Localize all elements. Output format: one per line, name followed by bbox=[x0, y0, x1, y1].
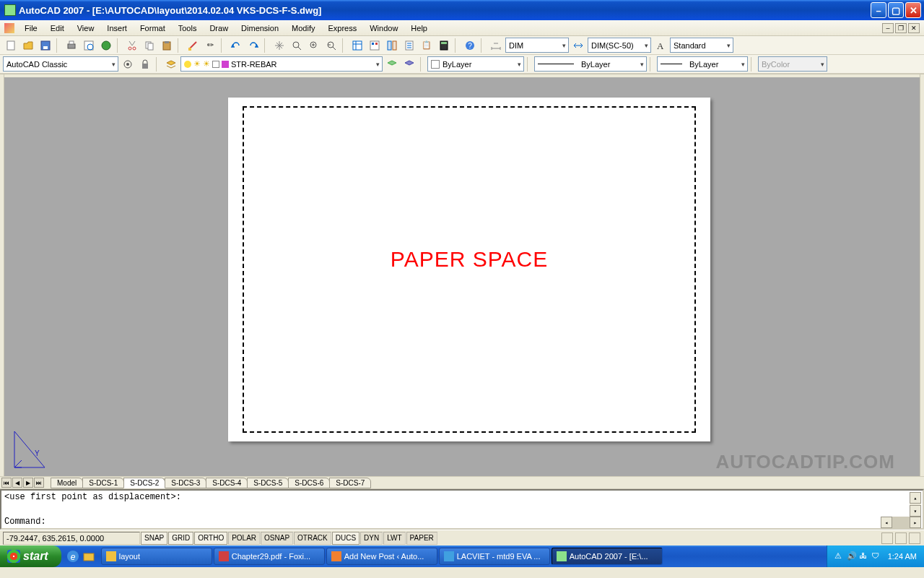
zoom-window-icon[interactable] bbox=[306, 38, 322, 53]
command-line[interactable]: <use first point as displacement>: Comma… bbox=[0, 489, 924, 530]
print-icon[interactable] bbox=[64, 38, 79, 53]
menu-help[interactable]: Help bbox=[405, 22, 433, 34]
quickcalc-icon[interactable] bbox=[436, 38, 452, 53]
block-editor-icon[interactable]: ✏ bbox=[202, 38, 218, 53]
otrack-toggle[interactable]: OTRACK bbox=[294, 532, 331, 545]
copy-icon[interactable] bbox=[141, 38, 157, 53]
tab-first-button[interactable]: ⏮ bbox=[1, 478, 12, 488]
dim-style-select[interactable]: DIM bbox=[505, 38, 569, 53]
match-properties-icon[interactable] bbox=[185, 38, 201, 53]
menu-dimension[interactable]: Dimension bbox=[235, 22, 284, 34]
explorer-icon[interactable] bbox=[82, 549, 96, 564]
tray-volume-icon[interactable]: 🔊 bbox=[847, 551, 857, 561]
plot-preview-icon[interactable] bbox=[81, 38, 97, 53]
task-layout[interactable]: layout bbox=[101, 548, 212, 565]
mdi-restore-button[interactable]: ❐ bbox=[895, 23, 907, 33]
menu-modify[interactable]: Modify bbox=[286, 22, 321, 34]
ducs-toggle[interactable]: DUCS bbox=[332, 532, 359, 545]
workspace-select[interactable]: AutoCAD Classic bbox=[3, 56, 118, 72]
cut-icon[interactable] bbox=[124, 38, 140, 53]
redo-icon[interactable] bbox=[245, 38, 261, 53]
menu-view[interactable]: View bbox=[71, 22, 100, 34]
drawing-canvas[interactable]: PAPER SPACE AUTOCADTIP.COM Y bbox=[4, 74, 920, 476]
paste-icon[interactable] bbox=[159, 38, 175, 53]
ie-icon[interactable]: e bbox=[66, 549, 80, 564]
menu-express[interactable]: Express bbox=[322, 22, 362, 34]
zoom-previous-icon[interactable] bbox=[323, 38, 339, 53]
publish-icon[interactable] bbox=[98, 38, 114, 53]
lwt-toggle[interactable]: LWT bbox=[383, 532, 405, 545]
zoom-realtime-icon[interactable] bbox=[289, 38, 305, 53]
tray-icon[interactable]: ⚠ bbox=[834, 551, 845, 561]
start-button[interactable]: start bbox=[0, 545, 61, 567]
task-autocad[interactable]: AutoCAD 2007 - [E:\... bbox=[552, 548, 663, 565]
coordinates-display[interactable]: -79.2447, 635.2615, 0.0000 bbox=[3, 532, 140, 545]
ortho-toggle[interactable]: ORTHO bbox=[194, 532, 227, 545]
tab-sdcs4[interactable]: S-DCS-4 bbox=[206, 478, 248, 488]
tab-sdcs7[interactable]: S-DCS-7 bbox=[329, 478, 371, 488]
layer-select[interactable]: ☀ ☀ STR-REBAR bbox=[180, 56, 383, 72]
tab-next-button[interactable]: ▶ bbox=[23, 478, 33, 488]
pan-icon[interactable] bbox=[271, 38, 287, 53]
mdi-minimize-button[interactable]: – bbox=[882, 23, 894, 33]
menu-edit[interactable]: Edit bbox=[45, 22, 70, 34]
minimize-button[interactable]: – bbox=[871, 2, 886, 18]
menu-format[interactable]: Format bbox=[134, 22, 171, 34]
dim-update-icon[interactable] bbox=[570, 38, 586, 53]
undo-icon[interactable] bbox=[228, 38, 244, 53]
lineweight-select[interactable]: ByLayer bbox=[657, 56, 748, 72]
dyn-toggle[interactable]: DYN bbox=[360, 532, 383, 545]
color-select[interactable]: ByLayer bbox=[427, 56, 524, 72]
workspace-lock-icon[interactable] bbox=[137, 56, 153, 72]
close-button[interactable]: ✕ bbox=[905, 2, 921, 18]
paper-toggle[interactable]: PAPER bbox=[406, 532, 437, 545]
mdi-close-button[interactable]: ✕ bbox=[908, 23, 920, 33]
taskbar-clock[interactable]: 1:24 AM bbox=[888, 552, 917, 561]
task-lacviet[interactable]: LACVIET - mtd9 EVA ... bbox=[439, 548, 550, 565]
tab-sdcs5[interactable]: S-DCS-5 bbox=[247, 478, 289, 488]
sheet-set-icon[interactable] bbox=[401, 38, 417, 53]
comm-center-icon[interactable] bbox=[881, 532, 893, 544]
new-icon[interactable] bbox=[3, 38, 19, 53]
menu-draw[interactable]: Draw bbox=[204, 22, 234, 34]
design-center-icon[interactable] bbox=[367, 38, 383, 53]
layer-previous-icon[interactable] bbox=[384, 56, 400, 72]
tray-shield-icon[interactable]: 🛡 bbox=[871, 551, 881, 561]
help-icon[interactable]: ? bbox=[462, 38, 478, 53]
layer-manager-icon[interactable] bbox=[163, 56, 179, 72]
workspace-settings-icon[interactable] bbox=[120, 56, 136, 72]
polar-toggle[interactable]: POLAR bbox=[228, 532, 260, 545]
text-style-icon[interactable]: A bbox=[653, 38, 668, 53]
linetype-select[interactable]: ByLayer bbox=[534, 56, 647, 72]
command-hscroll[interactable]: ◂▸ bbox=[881, 517, 921, 528]
dim-style-icon[interactable] bbox=[488, 38, 504, 53]
layer-states-icon[interactable] bbox=[401, 56, 417, 72]
dim-style2-select[interactable]: DIM(SC-50) bbox=[588, 38, 651, 53]
tab-sdcs1[interactable]: S-DCS-1 bbox=[82, 478, 124, 488]
tray-network-icon[interactable]: 🖧 bbox=[859, 551, 869, 561]
open-icon[interactable] bbox=[20, 38, 36, 53]
markup-icon[interactable]: 📋 bbox=[419, 38, 435, 53]
task-firefox[interactable]: Add New Post ‹ Auto... bbox=[326, 548, 437, 565]
osnap-toggle[interactable]: OSNAP bbox=[261, 532, 293, 545]
tab-sdcs2[interactable]: S-DCS-2 bbox=[123, 478, 165, 488]
properties-icon[interactable] bbox=[349, 38, 365, 53]
tool-palettes-icon[interactable] bbox=[384, 38, 400, 53]
tab-prev-button[interactable]: ◀ bbox=[12, 478, 22, 488]
text-style-select[interactable]: Standard bbox=[670, 38, 733, 53]
menu-file[interactable]: File bbox=[19, 22, 43, 34]
menu-tools[interactable]: Tools bbox=[173, 22, 203, 34]
tab-sdcs3[interactable]: S-DCS-3 bbox=[165, 478, 206, 488]
tab-model[interactable]: Model bbox=[51, 478, 83, 488]
tab-last-button[interactable]: ⏭ bbox=[34, 478, 44, 488]
tab-sdcs6[interactable]: S-DCS-6 bbox=[288, 478, 330, 488]
clean-screen-icon[interactable] bbox=[909, 532, 920, 544]
command-vscroll[interactable]: ▴▾ bbox=[910, 492, 921, 517]
snap-toggle[interactable]: SNAP bbox=[141, 532, 167, 545]
maximize-button[interactable]: ▢ bbox=[888, 2, 904, 18]
task-pdf[interactable]: Chapter29.pdf - Foxi... bbox=[214, 548, 325, 565]
save-icon[interactable] bbox=[38, 38, 53, 53]
menu-insert[interactable]: Insert bbox=[101, 22, 133, 34]
menu-window[interactable]: Window bbox=[364, 22, 404, 34]
toolbar-lock-icon[interactable] bbox=[895, 532, 907, 544]
